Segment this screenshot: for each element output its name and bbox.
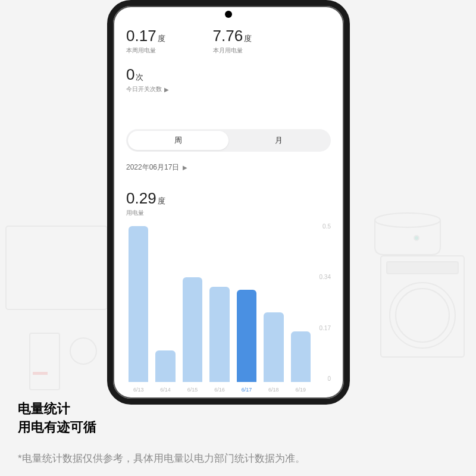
stat-switch-label-row[interactable]: 今日开关次数 ▶	[126, 85, 331, 93]
svg-rect-6	[6, 226, 107, 309]
footnote: *电量统计数据仅供参考，具体用电量以电力部门统计数据为准。	[18, 452, 305, 465]
caption-line-1: 电量统计	[18, 400, 96, 418]
bar-label: 6/13	[133, 387, 144, 393]
stat-switch-unit: 次	[136, 73, 143, 82]
date-selector-text: 2022年06月17日	[126, 162, 179, 173]
svg-point-3	[396, 289, 449, 342]
bar-fill	[291, 331, 311, 382]
caption-line-2: 用电有迹可循	[18, 418, 96, 437]
bar-label: 6/18	[268, 387, 279, 393]
chart-bars: 6/136/146/156/166/176/186/19	[126, 223, 313, 393]
stat-week: 0.17度 本周用电量	[126, 27, 165, 55]
svg-point-4	[375, 213, 440, 227]
phone-frame: 0.17度 本周用电量 7.76度 本月用电量 0次 今日开关次数 ▶ 周	[107, 0, 350, 405]
usage-chart: 6/136/146/156/166/176/186/19 0.50.340.17…	[126, 223, 331, 393]
chart-value-unit: 度	[158, 196, 165, 205]
bar-6-15[interactable]: 6/15	[183, 223, 202, 382]
app-screen: 0.17度 本周用电量 7.76度 本月用电量 0次 今日开关次数 ▶ 周	[113, 6, 344, 399]
chevron-right-icon: ▶	[164, 86, 169, 93]
chart-y-ticks: 0.50.340.170	[313, 223, 331, 393]
stat-month-value: 7.76	[213, 27, 243, 45]
bar-fill	[183, 277, 202, 382]
bar-fill	[209, 287, 229, 382]
bar-label: 6/19	[295, 387, 306, 393]
svg-rect-8	[33, 372, 48, 375]
svg-rect-1	[387, 262, 458, 274]
svg-point-2	[390, 283, 455, 348]
bar-label: 6/17	[242, 387, 252, 393]
bar-fill	[155, 350, 175, 382]
period-toggle: 周 月	[126, 129, 331, 152]
stat-switch-label: 今日开关次数	[126, 85, 162, 93]
chart-value-label: 用电量	[126, 209, 331, 217]
y-tick: 0	[313, 375, 331, 382]
bar-label: 6/16	[214, 387, 225, 393]
stat-month-label: 本月用电量	[213, 46, 252, 55]
svg-point-9	[70, 338, 96, 364]
bar-6-13[interactable]: 6/13	[129, 223, 148, 382]
y-tick: 0.34	[313, 274, 331, 280]
bar-6-14[interactable]: 6/14	[155, 223, 175, 382]
date-selector[interactable]: 2022年06月17日 ▶	[126, 162, 331, 173]
bg-desk-illustration	[0, 214, 113, 422]
y-tick: 0.5	[313, 223, 331, 230]
camera-notch	[225, 11, 232, 18]
bar-6-17[interactable]: 6/17	[237, 223, 256, 382]
bar-6-18[interactable]: 6/18	[264, 223, 283, 382]
svg-rect-7	[30, 333, 60, 390]
bar-label: 6/15	[187, 387, 198, 393]
toggle-month[interactable]: 月	[228, 131, 329, 150]
stat-month-unit: 度	[244, 34, 252, 43]
bar-fill	[129, 226, 148, 382]
stat-week-unit: 度	[158, 34, 165, 43]
bar-fill	[237, 290, 256, 382]
chevron-right-icon: ▶	[183, 164, 187, 171]
bar-6-19[interactable]: 6/19	[291, 223, 311, 382]
stat-month: 7.76度 本月用电量	[213, 27, 252, 55]
y-tick: 0.17	[313, 325, 331, 331]
stat-switch[interactable]: 0次 今日开关次数 ▶	[126, 65, 331, 93]
stat-week-label: 本周用电量	[126, 46, 165, 55]
stats-row-top: 0.17度 本周用电量 7.76度 本月用电量	[126, 27, 331, 55]
svg-point-5	[414, 236, 419, 240]
caption-block: 电量统计 用电有迹可循	[18, 400, 96, 437]
chart-value: 0.29	[126, 189, 156, 207]
stat-week-value: 0.17	[126, 27, 156, 45]
bar-label: 6/14	[160, 387, 171, 393]
bar-fill	[264, 312, 283, 382]
stat-switch-value: 0	[126, 65, 134, 83]
toggle-week[interactable]: 周	[128, 131, 228, 150]
bar-6-16[interactable]: 6/16	[209, 223, 229, 382]
